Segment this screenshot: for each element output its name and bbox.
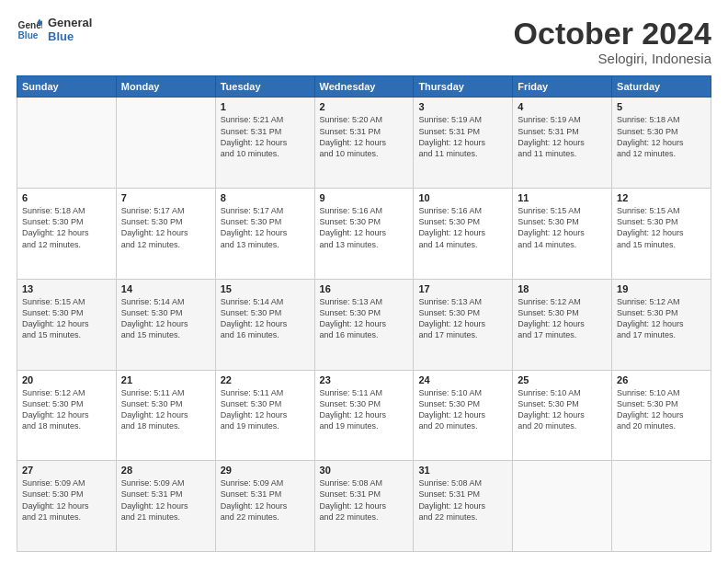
day-cell: 4Sunrise: 5:19 AM Sunset: 5:31 PM Daylig… (513, 98, 612, 189)
day-cell: 16Sunrise: 5:13 AM Sunset: 5:30 PM Dayli… (314, 279, 414, 370)
page: General Blue General Blue October 2024 S… (0, 0, 728, 563)
day-info: Sunrise: 5:09 AM Sunset: 5:31 PM Dayligh… (221, 477, 310, 523)
page-title: October 2024 (514, 17, 711, 51)
day-cell: 18Sunrise: 5:12 AM Sunset: 5:30 PM Dayli… (513, 279, 612, 370)
day-number: 7 (121, 192, 210, 203)
day-cell: 24Sunrise: 5:10 AM Sunset: 5:30 PM Dayli… (414, 370, 513, 461)
day-info: Sunrise: 5:16 AM Sunset: 5:30 PM Dayligh… (320, 205, 409, 250)
day-cell: 3Sunrise: 5:19 AM Sunset: 5:31 PM Daylig… (414, 98, 513, 189)
day-cell (116, 98, 215, 189)
day-cell: 27Sunrise: 5:09 AM Sunset: 5:30 PM Dayli… (17, 461, 117, 552)
day-cell: 31Sunrise: 5:08 AM Sunset: 5:31 PM Dayli… (414, 461, 513, 552)
day-cell: 11Sunrise: 5:15 AM Sunset: 5:30 PM Dayli… (513, 189, 612, 280)
day-number: 16 (320, 283, 409, 294)
day-info: Sunrise: 5:10 AM Sunset: 5:30 PM Dayligh… (518, 387, 607, 432)
day-info: Sunrise: 5:12 AM Sunset: 5:30 PM Dayligh… (617, 296, 706, 341)
day-cell: 13Sunrise: 5:15 AM Sunset: 5:30 PM Dayli… (17, 279, 117, 370)
day-info: Sunrise: 5:10 AM Sunset: 5:30 PM Dayligh… (418, 387, 507, 432)
col-header-thursday: Thursday (414, 76, 513, 98)
logo-icon: General Blue (17, 17, 42, 43)
day-number: 9 (320, 192, 409, 203)
day-info: Sunrise: 5:11 AM Sunset: 5:30 PM Dayligh… (121, 387, 210, 432)
day-cell: 19Sunrise: 5:12 AM Sunset: 5:30 PM Dayli… (612, 279, 711, 370)
day-cell (612, 461, 711, 552)
day-cell: 5Sunrise: 5:18 AM Sunset: 5:30 PM Daylig… (612, 98, 711, 189)
day-info: Sunrise: 5:16 AM Sunset: 5:30 PM Dayligh… (418, 205, 507, 250)
day-info: Sunrise: 5:21 AM Sunset: 5:31 PM Dayligh… (221, 114, 310, 159)
day-cell: 6Sunrise: 5:18 AM Sunset: 5:30 PM Daylig… (17, 189, 117, 280)
week-row-4: 27Sunrise: 5:09 AM Sunset: 5:30 PM Dayli… (17, 461, 711, 552)
day-info: Sunrise: 5:08 AM Sunset: 5:31 PM Dayligh… (320, 477, 409, 523)
day-number: 26 (617, 374, 706, 385)
col-header-wednesday: Wednesday (314, 76, 414, 98)
day-cell: 17Sunrise: 5:13 AM Sunset: 5:30 PM Dayli… (414, 279, 513, 370)
day-number: 29 (221, 465, 310, 476)
day-info: Sunrise: 5:17 AM Sunset: 5:30 PM Dayligh… (221, 205, 310, 250)
day-number: 30 (320, 465, 409, 476)
day-number: 31 (418, 465, 507, 476)
day-info: Sunrise: 5:10 AM Sunset: 5:30 PM Dayligh… (617, 387, 706, 432)
day-cell: 30Sunrise: 5:08 AM Sunset: 5:31 PM Dayli… (314, 461, 414, 552)
day-number: 6 (22, 192, 111, 203)
day-cell: 2Sunrise: 5:20 AM Sunset: 5:31 PM Daylig… (314, 98, 414, 189)
day-number: 15 (221, 283, 310, 294)
day-info: Sunrise: 5:18 AM Sunset: 5:30 PM Dayligh… (617, 114, 706, 159)
day-info: Sunrise: 5:15 AM Sunset: 5:30 PM Dayligh… (518, 205, 607, 250)
calendar-header: SundayMondayTuesdayWednesdayThursdayFrid… (17, 76, 711, 98)
day-number: 17 (418, 283, 507, 294)
svg-text:Blue: Blue (18, 29, 39, 40)
day-cell: 29Sunrise: 5:09 AM Sunset: 5:31 PM Dayli… (215, 461, 314, 552)
day-info: Sunrise: 5:12 AM Sunset: 5:30 PM Dayligh… (22, 387, 111, 432)
day-cell: 15Sunrise: 5:14 AM Sunset: 5:30 PM Dayli… (215, 279, 314, 370)
col-header-saturday: Saturday (612, 76, 711, 98)
day-info: Sunrise: 5:14 AM Sunset: 5:30 PM Dayligh… (121, 296, 210, 341)
day-number: 18 (518, 283, 607, 294)
day-number: 25 (518, 374, 607, 385)
day-cell: 8Sunrise: 5:17 AM Sunset: 5:30 PM Daylig… (215, 189, 314, 280)
col-header-sunday: Sunday (17, 76, 117, 98)
page-subtitle: Selogiri, Indonesia (514, 51, 711, 66)
day-info: Sunrise: 5:15 AM Sunset: 5:30 PM Dayligh… (22, 296, 111, 341)
day-info: Sunrise: 5:17 AM Sunset: 5:30 PM Dayligh… (121, 205, 210, 250)
day-number: 20 (22, 374, 111, 385)
day-number: 27 (22, 465, 111, 476)
week-row-0: 1Sunrise: 5:21 AM Sunset: 5:31 PM Daylig… (17, 98, 711, 189)
logo: General Blue General Blue (17, 17, 92, 44)
header: General Blue General Blue October 2024 S… (17, 17, 711, 66)
day-cell: 12Sunrise: 5:15 AM Sunset: 5:30 PM Dayli… (612, 189, 711, 280)
day-number: 12 (617, 192, 706, 203)
day-number: 3 (418, 101, 507, 112)
day-info: Sunrise: 5:09 AM Sunset: 5:31 PM Dayligh… (121, 477, 210, 523)
day-number: 24 (418, 374, 507, 385)
day-cell: 26Sunrise: 5:10 AM Sunset: 5:30 PM Dayli… (612, 370, 711, 461)
day-number: 23 (320, 374, 409, 385)
day-cell: 9Sunrise: 5:16 AM Sunset: 5:30 PM Daylig… (314, 189, 414, 280)
day-cell: 21Sunrise: 5:11 AM Sunset: 5:30 PM Dayli… (116, 370, 215, 461)
day-number: 2 (320, 101, 409, 112)
day-info: Sunrise: 5:08 AM Sunset: 5:31 PM Dayligh… (418, 477, 507, 523)
day-cell: 10Sunrise: 5:16 AM Sunset: 5:30 PM Dayli… (414, 189, 513, 280)
day-info: Sunrise: 5:09 AM Sunset: 5:30 PM Dayligh… (22, 477, 111, 523)
day-cell: 1Sunrise: 5:21 AM Sunset: 5:31 PM Daylig… (215, 98, 314, 189)
day-number: 10 (418, 192, 507, 203)
day-number: 19 (617, 283, 706, 294)
title-block: October 2024 Selogiri, Indonesia (514, 17, 711, 66)
day-cell: 23Sunrise: 5:11 AM Sunset: 5:30 PM Dayli… (314, 370, 414, 461)
header-row: SundayMondayTuesdayWednesdayThursdayFrid… (17, 76, 711, 98)
calendar-table: SundayMondayTuesdayWednesdayThursdayFrid… (17, 75, 711, 552)
col-header-monday: Monday (116, 76, 215, 98)
day-number: 4 (518, 101, 607, 112)
day-info: Sunrise: 5:13 AM Sunset: 5:30 PM Dayligh… (418, 296, 507, 341)
day-number: 8 (221, 192, 310, 203)
day-number: 28 (121, 465, 210, 476)
col-header-friday: Friday (513, 76, 612, 98)
calendar: SundayMondayTuesdayWednesdayThursdayFrid… (17, 75, 711, 552)
col-header-tuesday: Tuesday (215, 76, 314, 98)
day-number: 11 (518, 192, 607, 203)
day-number: 5 (617, 101, 706, 112)
day-info: Sunrise: 5:20 AM Sunset: 5:31 PM Dayligh… (320, 114, 409, 159)
day-info: Sunrise: 5:15 AM Sunset: 5:30 PM Dayligh… (617, 205, 706, 250)
day-cell (17, 98, 117, 189)
day-cell: 28Sunrise: 5:09 AM Sunset: 5:31 PM Dayli… (116, 461, 215, 552)
day-info: Sunrise: 5:18 AM Sunset: 5:30 PM Dayligh… (22, 205, 111, 250)
